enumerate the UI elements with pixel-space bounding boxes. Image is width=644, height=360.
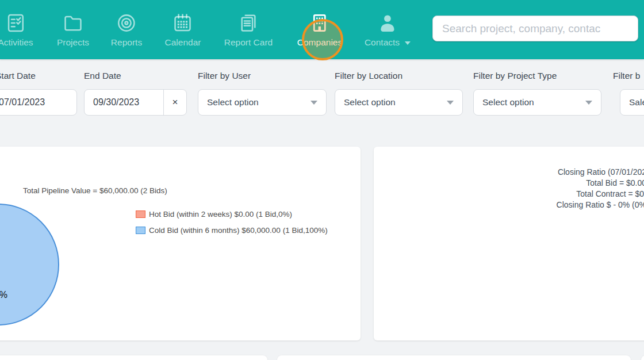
filter-location-value: Select option (335, 97, 396, 108)
nav-item-calendar[interactable]: Calendar (165, 12, 201, 47)
nav-item-contacts[interactable]: Contacts (365, 12, 411, 47)
nav-label: Report Card (224, 37, 273, 47)
filter-user-select[interactable]: Select option (198, 89, 327, 116)
nav-item-companies[interactable]: Companies (297, 12, 342, 47)
end-date-input[interactable]: 09/30/2023 × (84, 89, 187, 116)
projects-icon (62, 12, 85, 35)
filter-location-label: Filter by Location (335, 71, 402, 81)
companies-icon (308, 12, 331, 35)
start-date-input[interactable]: 07/01/2023 (0, 89, 77, 116)
bottom-card-peek (641, 355, 644, 360)
hot-bid-legend-label: Hot Bid (within 2 weeks) $0.00 (1 Bid,0%… (149, 210, 292, 219)
nav-item-projects[interactable]: Projects (57, 12, 89, 47)
nav-item-reports[interactable]: Reports (111, 12, 142, 47)
nav-label: Companies (297, 37, 342, 47)
nav-item-activities[interactable]: Activities (0, 12, 33, 47)
chevron-down-icon (585, 101, 592, 105)
filter-project-type-value: Select option (474, 97, 534, 108)
start-date-label: Start Date (0, 71, 36, 81)
cold-bid-swatch (136, 227, 145, 234)
filter-user-label: Filter by User (198, 71, 251, 81)
chevron-down-icon (405, 41, 411, 45)
nav-label: Activities (0, 37, 33, 47)
activities-icon (4, 12, 27, 35)
cold-bid-legend-label: Cold Bid (within 6 months) $60,000.00 (1… (149, 226, 328, 235)
chevron-down-icon (310, 101, 317, 105)
search-input[interactable] (432, 16, 638, 41)
nav-label: Projects (57, 37, 89, 47)
hot-bid-swatch (136, 210, 145, 218)
report-card-icon (237, 12, 260, 35)
filter-user-value: Select option (198, 97, 259, 108)
nav-label: Calendar (165, 37, 201, 47)
closing-ratio-line: Closing Ratio (07/01/202 (374, 167, 644, 178)
pie-slice-label: 100% (0, 290, 7, 300)
nav-label: Contacts (365, 37, 400, 47)
nav-label: Reports (111, 37, 142, 47)
filter-location-select[interactable]: Select option (335, 89, 463, 116)
legend-item-hot-bid[interactable]: Hot Bid (within 2 weeks) $0.00 (1 Bid,0%… (136, 210, 292, 219)
pipeline-title: Total Pipeline Value = $60,000.00 (2 Bid… (23, 186, 167, 195)
nav-item-report-card[interactable]: Report Card (224, 12, 273, 47)
closing-ratio-summary: Closing Ratio (07/01/202 Total Bid = $0.… (374, 167, 644, 210)
top-navbar: Activities Projects Reports (0, 0, 644, 59)
clear-end-date-button[interactable]: × (163, 90, 186, 115)
reports-icon (115, 12, 138, 35)
calendar-icon (171, 12, 194, 35)
closing-ratio-pct-line: Closing Ratio $ - 0% (0% (374, 200, 644, 210)
filter-project-type-select[interactable]: Select option (473, 89, 601, 116)
bottom-card-peek (0, 355, 267, 360)
total-contract-line: Total Contract = $0. (374, 189, 644, 200)
end-date-label: End Date (84, 71, 121, 81)
chevron-down-icon (447, 101, 454, 105)
start-date-value: 07/01/2023 (0, 97, 45, 108)
legend-item-cold-bid[interactable]: Cold Bid (within 6 months) $60,000.00 (1… (136, 226, 328, 235)
bottom-card-peek (277, 355, 631, 360)
filter-extra-select[interactable]: Sale (620, 89, 644, 116)
end-date-value: 09/30/2023 (85, 97, 163, 108)
filter-project-type-label: Filter by Project Type (473, 71, 557, 81)
contacts-icon (376, 12, 399, 35)
total-bid-line: Total Bid = $0.00 (374, 178, 644, 189)
filter-extra-label: Filter b (613, 71, 640, 81)
filter-extra-value: Sale (620, 97, 644, 108)
